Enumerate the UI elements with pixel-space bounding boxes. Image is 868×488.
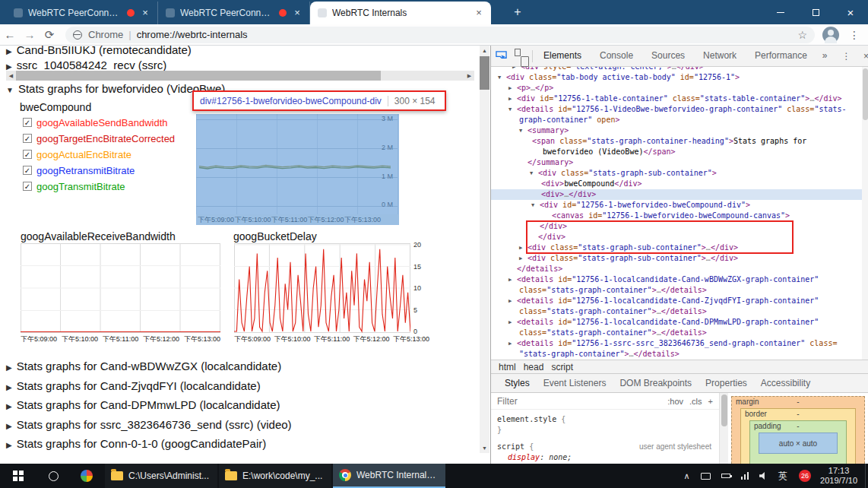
browser-tab[interactable]: WebRTC PeerConnection× [158, 2, 310, 24]
expand-triangle-icon[interactable]: ▶ [508, 296, 517, 306]
collapsed-graph-section[interactable]: ▶Stats graphs for Cand-wBDWwZGX (localca… [6, 360, 281, 372]
code-row[interactable]: class="stats-graph-container">…</details… [491, 285, 868, 296]
expand-triangle-icon[interactable]: ▶ [512, 67, 521, 72]
sidebar-tab-styles[interactable]: Styles [505, 378, 530, 388]
more-tabs-icon[interactable]: » [818, 46, 832, 66]
devtools-tab-performance[interactable]: Performance [750, 46, 812, 66]
sidebar-tab-accessibility[interactable]: Accessibility [761, 378, 810, 388]
code-row[interactable]: <span class="stats-graph-container-headi… [491, 136, 868, 147]
collapsed-graph-section[interactable]: ▶Stats graphs for Cand-ZjvqdFYI (localca… [6, 379, 261, 392]
code-row[interactable]: class="stats-graph-container">…</details… [491, 328, 868, 338]
scroll-up-icon[interactable]: ▲ [480, 46, 489, 55]
collapsed-graph-section[interactable]: ▶Stats graphs for Conn-0-1-0 (googCandid… [6, 437, 266, 450]
scrollbar-thumb[interactable] [863, 68, 868, 120]
code-row[interactable]: ▶<details id="12756-1-ssrc-ssrc_38236467… [491, 338, 868, 349]
code-row[interactable]: ▼<summary> [491, 125, 868, 136]
series-checkbox-row[interactable]: ✓googTransmitBitrate [23, 179, 125, 193]
breadcrumb-item[interactable]: html [499, 362, 516, 372]
devtools-close-icon[interactable]: × [857, 51, 868, 62]
forward-icon[interactable]: → [20, 28, 40, 41]
pseudo-toggle[interactable]: + [708, 397, 713, 406]
new-tab-button[interactable]: + [508, 5, 527, 19]
code-row[interactable]: bweforvideo (VideoBwe)</span> [491, 147, 868, 157]
scroll-down-icon[interactable]: ▼ [480, 443, 489, 453]
tray-chevron-icon[interactable]: ∧ [684, 471, 690, 481]
code-row[interactable]: ▶<p>…</p> [491, 83, 868, 93]
pseudo-toggle[interactable]: :hov [667, 397, 683, 406]
scroll-left-icon[interactable]: ◀ [6, 71, 16, 81]
pinned-app-button[interactable] [70, 464, 103, 488]
code-row[interactable]: <div>bweCompound</div> [491, 179, 868, 189]
series-checkbox-row[interactable]: ✓googActualEncBitrate [23, 147, 131, 161]
start-button[interactable] [0, 464, 36, 488]
window-close-button[interactable]: × [833, 0, 868, 24]
code-row[interactable]: ▶<div id="12756-1-table-container" class… [491, 93, 868, 104]
series-checkbox-row[interactable]: ✓googRetransmitBitrate [23, 163, 135, 177]
taskbar-clock[interactable]: 17:13 2019/7/10 [820, 466, 857, 486]
code-row[interactable]: ▼<div class="stats-graph-sub-container"> [491, 168, 868, 179]
series-checkbox-row[interactable]: ✓googTargetEncBitrateCorrected [23, 132, 175, 145]
inspect-element-icon[interactable] [491, 49, 511, 63]
browser-tab[interactable]: WebRTC PeerConnection× [6, 2, 158, 24]
monitor-icon[interactable] [701, 473, 711, 480]
volume-icon[interactable] [759, 472, 768, 480]
code-row[interactable]: ▼<div class="tab-body active-tab-body" i… [491, 72, 868, 83]
padding-top-value[interactable]: - [797, 422, 799, 430]
collapse-triangle-icon[interactable]: ▼ [508, 104, 517, 115]
taskbar-button[interactable]: WebRTC Internals ... [333, 464, 445, 488]
show-desktop-button[interactable] [865, 464, 868, 488]
expand-triangle-icon[interactable]: ▶ [519, 253, 527, 264]
tab-close-icon[interactable]: × [473, 7, 485, 19]
stats-list-item[interactable]: ▶Cand-Bn5IIUKJ (remotecandidate) [6, 46, 192, 56]
breadcrumb-item[interactable]: head [524, 362, 544, 372]
checkbox[interactable]: ✓ [23, 118, 32, 127]
bookmark-star-icon[interactable]: ☆ [797, 29, 807, 41]
expand-triangle-icon[interactable]: ▶ [508, 93, 517, 104]
cortana-search-button[interactable] [36, 464, 70, 488]
script-rule[interactable]: script {user agent stylesheet [497, 442, 719, 452]
code-row[interactable]: ▶<details id="12756-1-localcandidate-Can… [491, 274, 868, 285]
battery-icon[interactable] [721, 474, 730, 478]
tab-close-icon[interactable]: × [139, 7, 151, 19]
collapse-triangle-icon[interactable]: ▼ [498, 72, 506, 83]
scroll-right-icon[interactable]: ▶ [464, 71, 474, 81]
browser-menu-icon[interactable]: ⋮ [845, 29, 863, 41]
devtools-tab-console[interactable]: Console [595, 46, 638, 66]
checkbox[interactable]: ✓ [23, 150, 32, 159]
styles-filter-input[interactable] [491, 396, 620, 407]
collapsed-graph-section[interactable]: ▶Stats graphs for Cand-DPMmwLPD (localca… [6, 398, 280, 411]
css-declaration[interactable]: display: none; [497, 452, 719, 463]
margin-top-value[interactable]: - [797, 398, 799, 406]
code-row[interactable]: "stats-graph-container">…</details> [491, 349, 868, 360]
checkbox[interactable]: ✓ [23, 134, 32, 143]
collapse-triangle-icon[interactable]: ▼ [531, 200, 540, 211]
scrollbar-thumb[interactable] [480, 56, 489, 90]
content-box[interactable]: auto × auto [759, 433, 838, 454]
expand-triangle-icon[interactable]: ▶ [508, 274, 517, 285]
back-icon[interactable]: ← [0, 28, 20, 41]
browser-tab[interactable]: WebRTC Internals× [310, 2, 491, 24]
devtools-tab-network[interactable]: Network [699, 46, 741, 66]
code-row[interactable]: ▶<details id="12756-1-localcandidate-Can… [491, 296, 868, 306]
expand-triangle-icon[interactable]: ▶ [508, 317, 517, 328]
tab-close-icon[interactable]: × [291, 7, 303, 19]
code-row[interactable]: ▶<div class="stats-graph-sub-container">… [491, 253, 868, 264]
code-row[interactable]: graph-container" open> [491, 115, 868, 125]
series-checkbox-row[interactable]: ✓googAvailableSendBandwidth [23, 116, 168, 129]
devtools-tab-elements[interactable]: Elements [539, 46, 586, 66]
url-text[interactable]: chrome://webrtc-internals [137, 29, 248, 40]
checkbox[interactable]: ✓ [23, 182, 32, 191]
code-row[interactable]: class="stats-graph-container">…</details… [491, 306, 868, 317]
taskbar-button[interactable]: E:\work\code\my_... [219, 464, 331, 488]
breadcrumb-item[interactable]: script [551, 362, 573, 372]
collapse-triangle-icon[interactable]: ▼ [530, 168, 538, 179]
code-row[interactable]: ▶<div style="text-align: center;">…</div… [491, 67, 868, 72]
stats-list-item[interactable]: ▶ssrc_1040584242_recv (ssrc) [6, 59, 166, 71]
styles-scrollbar[interactable] [719, 393, 728, 464]
maximize-button[interactable] [798, 0, 833, 24]
taskbar-button[interactable]: C:\Users\Administ... [105, 464, 217, 488]
devtools-tab-sources[interactable]: Sources [647, 46, 689, 66]
code-row[interactable]: </details> [491, 264, 868, 274]
code-row[interactable]: <canvas id="12756-1-bweforvideo-bweCompo… [491, 211, 868, 221]
minimize-button[interactable] [763, 0, 798, 24]
